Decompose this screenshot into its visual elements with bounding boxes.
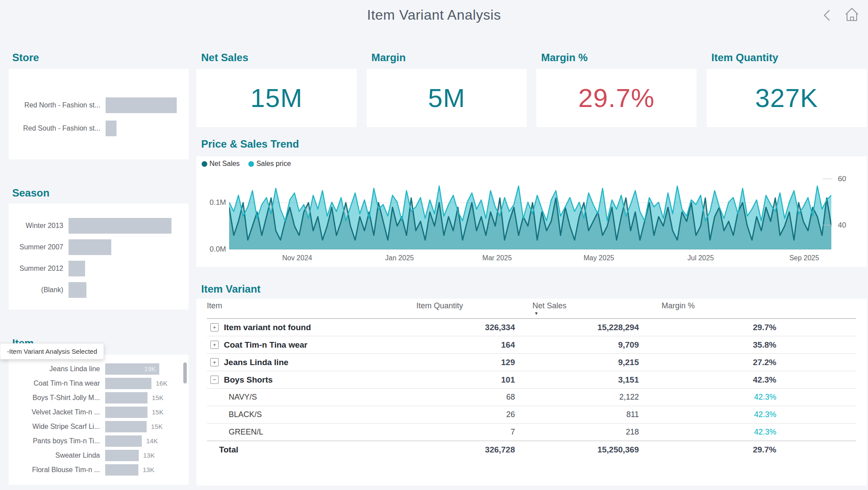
column-header-margin-pct[interactable]: Margin % [639, 301, 776, 311]
season-bar-row[interactable]: Summer 2007 [9, 236, 189, 258]
x-axis-tick: Nov 2024 [282, 254, 312, 262]
item-bar-row[interactable]: Wide Stripe Scarf Li...15K [9, 419, 189, 434]
bar[interactable]: 19K [105, 363, 159, 375]
net-value: 2,122 [515, 393, 639, 402]
item-bar-row[interactable]: Jeans Linda line19K [9, 362, 189, 376]
table-row-total[interactable]: Total326,72815,250,36929.7% [207, 441, 856, 458]
item-bar-row[interactable]: Sweater Linda13K [9, 448, 189, 462]
kpi-value-margin: 5M [428, 83, 465, 113]
net-value: 3,151 [515, 375, 639, 385]
item-bar-row[interactable]: Velvet Jacket Tim-n ...15K [9, 405, 189, 419]
net-value: 9,709 [515, 340, 639, 350]
collapse-icon[interactable]: − [210, 376, 219, 384]
bar[interactable] [69, 282, 86, 298]
store-title: Store [12, 52, 39, 64]
bar[interactable] [69, 218, 172, 234]
kpi-title-net-sales: Net Sales [201, 52, 248, 64]
table-row-navy-s[interactable]: NAVY/S682,12242.3% [207, 389, 856, 406]
kpi-card-item-quantity: 327K [707, 69, 867, 127]
margin-value: 35.8% [639, 340, 776, 350]
x-axis-tick: Jul 2025 [687, 254, 714, 262]
season-bar-row[interactable]: Winter 2013 [9, 215, 189, 236]
bar[interactable] [105, 464, 138, 476]
margin-value: 42.3% [639, 393, 776, 402]
scrollbar-thumb[interactable] [183, 362, 187, 383]
expand-icon[interactable]: + [210, 358, 219, 366]
item-label: Total [219, 445, 238, 455]
table-header-row: Item Item Quantity Net Sales ▼ Margin % [207, 299, 856, 319]
trend-plot-area[interactable] [229, 172, 831, 252]
bar[interactable] [105, 407, 148, 418]
legend-item-net-sales[interactable]: Net Sales [202, 160, 240, 168]
bar-label: Jeans Linda line [9, 365, 100, 373]
season-bar-row[interactable]: (Blank) [9, 279, 189, 300]
page-title: Item Variant Analysis [0, 7, 868, 23]
y-axis-tick-00m: 0.0M [200, 245, 226, 254]
bar-label: Red South - Fashion st... [9, 124, 100, 132]
right-axis-tick-60: 60 [838, 175, 846, 183]
bar[interactable] [69, 239, 111, 255]
table-row-coat-tim-n-tina-wear[interactable]: +Coat Tim-n Tina wear1649,70935.8% [207, 336, 856, 354]
sort-desc-icon: ▼ [515, 311, 639, 315]
trend-title: Price & Sales Trend [201, 138, 299, 150]
right-axis-tick-40: 40 [838, 221, 846, 230]
bar[interactable] [106, 97, 177, 113]
x-axis-tick: Sep 2025 [789, 254, 820, 262]
bar-label: Floral Blouse Tim-n ... [9, 466, 100, 474]
table-row-green-l[interactable]: GREEN/L721842.3% [207, 424, 856, 441]
item-slicer: Jeans Linda line19KCoat Tim-n Tina wear1… [9, 355, 189, 485]
right-axis-tick [823, 225, 832, 225]
selection-tooltip: -Item Variant Analysis Selected [0, 343, 104, 359]
home-button[interactable] [843, 6, 861, 25]
qty-value: 326,334 [406, 323, 515, 332]
bar[interactable] [69, 261, 85, 276]
item-bar-row[interactable]: Floral Blouse Tim-n ...13K [9, 462, 189, 477]
right-axis-tick [823, 179, 832, 179]
table-row-black-s[interactable]: BLACK/S2681142.3% [207, 406, 856, 424]
bar-label: (Blank) [9, 286, 63, 294]
expand-icon[interactable]: + [210, 323, 219, 331]
table-row-boys-shorts[interactable]: −Boys Shorts1013,15142.3% [207, 371, 856, 389]
bar[interactable] [106, 121, 117, 136]
store-bar-row[interactable]: Red North - Fashion st... [9, 93, 189, 117]
x-axis-tick: Jan 2025 [385, 254, 414, 262]
margin-value: 27.2% [639, 358, 776, 367]
legend-item-sales-price[interactable]: Sales price [248, 160, 291, 168]
column-header-item-quantity[interactable]: Item Quantity [406, 301, 515, 311]
item-bar-row[interactable]: Coat Tim-n Tina wear16K [9, 376, 189, 390]
expand-icon[interactable]: + [210, 341, 219, 349]
column-header-item[interactable]: Item [207, 301, 406, 311]
bar[interactable] [105, 421, 147, 432]
x-axis-tick: Mar 2025 [482, 254, 512, 262]
bar[interactable] [105, 435, 142, 447]
bar-value: 14K [146, 437, 158, 445]
bar-label: Sweater Linda [9, 452, 100, 459]
qty-value: 26 [406, 410, 515, 419]
bar-label: Coat Tim-n Tina wear [9, 380, 100, 387]
bar-label: Summer 2007 [9, 243, 63, 251]
bar[interactable] [105, 392, 148, 404]
kpi-card-margin: 5M [367, 69, 527, 127]
net-value: 218 [515, 428, 639, 437]
net-value: 9,215 [515, 358, 639, 367]
legend-label: Net Sales [209, 160, 240, 168]
home-icon [843, 6, 861, 23]
item-label: BLACK/S [229, 410, 262, 419]
table-row-item-variant-not-found[interactable]: +Item variant not found326,33415,228,294… [207, 319, 856, 336]
item-bar-row[interactable]: Boys T-Shirt Jolly M...15K [9, 390, 189, 405]
item-label: NAVY/S [229, 393, 257, 402]
bar-label: Wide Stripe Scarf Li... [9, 423, 100, 431]
bar[interactable] [105, 450, 139, 461]
back-button[interactable] [821, 9, 833, 24]
item-bar-row[interactable]: Pants boys Tim-n Ti...14K [9, 434, 189, 448]
season-bar-row[interactable]: Summer 2012 [9, 258, 189, 279]
trend-chart: Net Sales Sales price 0.1M 0.0M 60 40 No… [196, 156, 867, 267]
column-header-net-sales[interactable]: Net Sales ▼ [515, 301, 639, 315]
table-row-jeans-linda-line[interactable]: +Jeans Linda line1299,21527.2% [207, 354, 856, 371]
bar[interactable] [105, 378, 151, 389]
qty-value: 68 [406, 393, 515, 402]
margin-value: 29.7% [639, 445, 776, 455]
qty-value: 101 [406, 375, 515, 385]
qty-value: 164 [406, 340, 515, 350]
store-bar-row[interactable]: Red South - Fashion st... [9, 117, 189, 140]
